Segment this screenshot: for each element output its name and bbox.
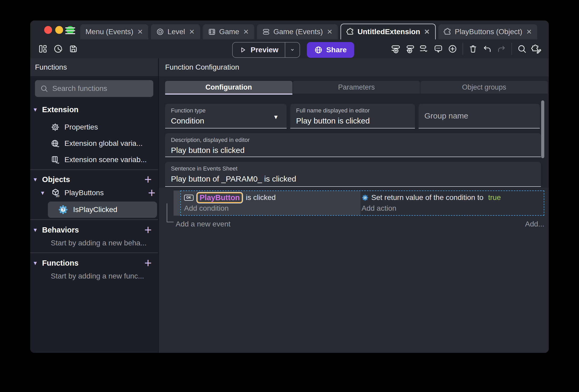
undo-icon[interactable] — [481, 43, 493, 55]
function-configuration-panel: Function Configuration Configuration Par… — [159, 58, 549, 353]
add-object-button[interactable]: + — [144, 174, 154, 185]
add-new-event-button[interactable]: Add a new event — [176, 220, 231, 228]
event-row[interactable]: OK PlayButton is clicked Add condition G — [174, 190, 544, 216]
sidebar-item-isplayclicked[interactable]: ? IsPlayClicked — [48, 202, 157, 218]
add-circle-icon[interactable] — [447, 43, 458, 55]
tab-label: Object groups — [462, 83, 506, 91]
comment-icon[interactable] — [433, 43, 444, 55]
functions-sidebar: Functions ▾ Extension — [30, 58, 158, 353]
object-chip[interactable]: PlayButton — [197, 193, 242, 203]
tab-untitled-extension[interactable]: UntitledExtension ✕ — [341, 24, 436, 39]
actions-column[interactable]: G Set return value of the condition to t… — [360, 191, 544, 215]
section-functions[interactable]: ▾ Functions + — [30, 257, 158, 269]
full-name-field[interactable]: Full name displayed in editor Play butto… — [290, 104, 415, 128]
description-field[interactable]: Description, displayed in editor Play bu… — [165, 133, 541, 157]
tab-game-events[interactable]: Game (Events) ✕ — [257, 24, 338, 39]
chevron-down-icon[interactable]: ▾ — [34, 259, 40, 267]
tab-parameters[interactable]: Parameters — [293, 81, 420, 94]
home-panels-icon[interactable] — [37, 43, 49, 55]
edit-extension-icon[interactable] — [530, 43, 542, 55]
redo-icon[interactable] — [496, 43, 507, 55]
tab-object-groups[interactable]: Object groups — [420, 81, 548, 94]
event-drag-handle[interactable] — [174, 190, 180, 216]
group-name-field[interactable] — [419, 104, 540, 128]
add-behavior-button[interactable]: + — [144, 225, 154, 235]
menu-hamburger-icon[interactable] — [65, 27, 75, 36]
action-value[interactable]: true — [488, 193, 501, 202]
action-sentence[interactable]: G Set return value of the condition to t… — [362, 193, 544, 202]
add-subevent-icon[interactable] — [404, 43, 416, 55]
app-window: Menu (Events) ✕ Level ✕ Game ✕ — [30, 20, 549, 353]
share-button[interactable]: Share — [307, 42, 354, 58]
section-behaviors[interactable]: ▾ Behaviors + — [30, 224, 158, 236]
puzzle-icon — [346, 28, 354, 36]
field-label: Full name displayed in editor — [296, 107, 415, 114]
condition-sentence[interactable]: OK PlayButton is clicked — [184, 193, 360, 202]
object-2d-icon: 2D — [51, 188, 60, 198]
function-type-select[interactable]: Function type Condition ▼ — [165, 104, 287, 128]
sentence-field[interactable]: Sentence in Events Sheet Play button of … — [165, 162, 541, 187]
add-condition-button[interactable]: Add condition — [184, 204, 360, 213]
vertical-scrollbar[interactable] — [541, 100, 544, 158]
close-icon[interactable]: ✕ — [526, 28, 532, 36]
delete-icon[interactable] — [467, 43, 479, 55]
add-function-button[interactable]: + — [144, 258, 154, 268]
events-sheet-icon — [262, 28, 270, 36]
add-other-event-icon[interactable] — [418, 43, 430, 55]
tab-configuration[interactable]: Configuration — [165, 81, 292, 94]
tab-label: PlayButtons (Object) — [455, 28, 522, 36]
item-label: Extension scene variab... — [64, 156, 147, 164]
add-event-icon[interactable] — [390, 43, 402, 55]
preview-button[interactable]: Preview — [233, 43, 285, 57]
section-objects[interactable]: ▾ Objects + — [30, 174, 158, 185]
item-label: IsPlayClicked — [73, 205, 117, 214]
add-action-button[interactable]: Add action — [362, 204, 544, 213]
item-label: PlayButtons — [64, 189, 104, 197]
search-functions-input[interactable] — [52, 84, 148, 93]
svg-text:?: ? — [62, 208, 64, 212]
conditions-column[interactable]: OK PlayButton is clicked Add condition — [181, 191, 360, 215]
sidebar-item-global-variables[interactable]: Extension global varia... — [30, 135, 158, 152]
close-window-button[interactable] — [44, 26, 52, 34]
titlebar: Menu (Events) ✕ Level ✕ Game ✕ — [30, 20, 549, 39]
tab-label: Configuration — [205, 83, 252, 91]
tab-label: UntitledExtension — [358, 28, 420, 36]
tab-label: Menu (Events) — [85, 28, 133, 36]
tab-playbuttons-object[interactable]: PlayButtons (Object) ✕ — [438, 24, 537, 39]
tab-game[interactable]: Game ✕ — [203, 24, 254, 39]
sidebar-item-scene-variables[interactable]: Extension scene variab... — [30, 152, 158, 168]
chevron-down-icon[interactable]: ▾ — [34, 106, 40, 113]
section-extension[interactable]: ▾ Extension — [30, 104, 158, 115]
chevron-down-icon[interactable]: ▾ — [41, 189, 48, 197]
tab-label: Parameters — [338, 83, 375, 91]
preview-options-button[interactable] — [285, 43, 299, 57]
sidebar-item-playbuttons[interactable]: ▾ 2D PlayButtons + — [30, 185, 158, 200]
search-icon[interactable] — [516, 43, 528, 55]
tab-level[interactable]: Level ✕ — [151, 24, 200, 39]
tab-menu-events[interactable]: Menu (Events) ✕ — [80, 24, 148, 39]
field-label: Sentence in Events Sheet — [171, 165, 541, 172]
save-icon[interactable] — [68, 43, 79, 55]
close-icon[interactable]: ✕ — [243, 28, 249, 36]
chevron-down-icon[interactable]: ▾ — [34, 226, 40, 234]
group-name-input[interactable] — [424, 111, 528, 120]
selected-event[interactable]: OK PlayButton is clicked Add condition G — [180, 190, 544, 216]
scene-variable-icon — [51, 155, 60, 164]
add-more-button[interactable]: Add... — [525, 220, 544, 228]
close-icon[interactable]: ✕ — [424, 28, 430, 36]
close-icon[interactable]: ✕ — [189, 28, 195, 36]
chevron-down-icon[interactable]: ▾ — [34, 176, 40, 183]
button-object-icon: OK — [184, 195, 194, 201]
sidebar-item-properties[interactable]: Properties — [30, 119, 158, 135]
condition-text: is clicked — [246, 193, 276, 202]
version-history-icon[interactable] — [52, 43, 64, 55]
gear-icon — [51, 123, 60, 132]
puzzle-icon — [444, 28, 451, 36]
minimize-window-button[interactable] — [55, 26, 63, 34]
search-functions-box[interactable] — [35, 80, 153, 97]
add-object-function-button[interactable]: + — [148, 188, 158, 198]
close-icon[interactable]: ✕ — [137, 28, 143, 36]
globe-variable-icon — [51, 139, 60, 148]
close-icon[interactable]: ✕ — [327, 28, 333, 36]
function-condition-icon: ? — [58, 204, 68, 215]
